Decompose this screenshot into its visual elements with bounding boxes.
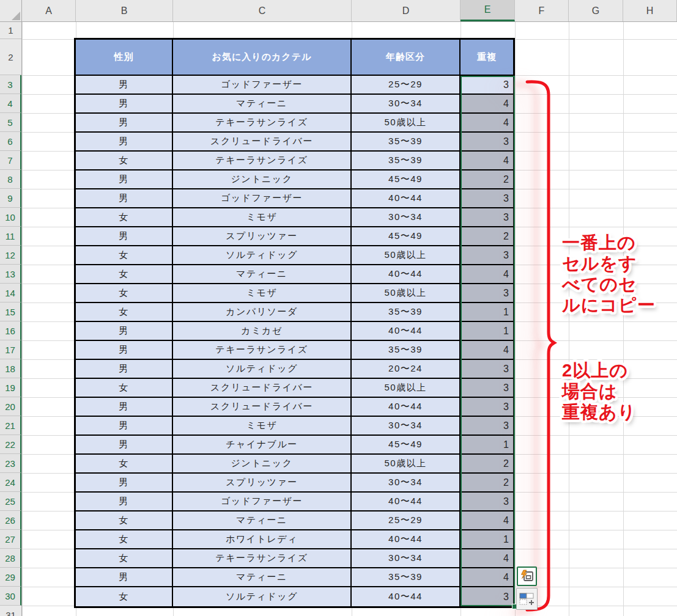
table-cell[interactable]: 男 [76, 227, 173, 246]
table-cell[interactable]: 30〜34 [352, 474, 461, 493]
table-cell[interactable]: 35〜39 [352, 568, 461, 587]
duplicate-count-cell[interactable]: 4 [461, 152, 513, 170]
table-cell[interactable]: 男 [76, 398, 173, 417]
table-cell[interactable]: ゴッドファーザー [173, 76, 352, 95]
table-cell[interactable]: 女 [76, 284, 173, 303]
duplicate-count-cell[interactable]: 1 [461, 436, 513, 455]
table-cell[interactable]: 男 [76, 341, 173, 360]
duplicate-count-cell[interactable]: 4 [461, 95, 513, 114]
duplicate-count-cell[interactable]: 4 [461, 568, 513, 587]
duplicate-count-cell[interactable]: 3 [461, 379, 513, 398]
row-header-31[interactable]: 31 [0, 606, 21, 616]
duplicate-count-cell[interactable]: 3 [461, 246, 513, 265]
row-header-22[interactable]: 22 [0, 435, 21, 454]
table-cell[interactable]: スプリッツァー [173, 227, 352, 246]
select-all-corner[interactable] [0, 0, 22, 22]
table-cell[interactable]: 男 [76, 417, 173, 436]
table-header-cell[interactable]: 年齢区分 [352, 40, 461, 76]
column-header-G[interactable]: G [569, 0, 623, 21]
duplicate-count-cell[interactable]: 4 [461, 341, 513, 360]
table-cell[interactable]: 男 [76, 436, 173, 455]
duplicate-count-cell[interactable]: 1 [461, 322, 513, 341]
table-cell[interactable]: 50歳以上 [352, 455, 461, 474]
table-cell[interactable]: 男 [76, 76, 173, 95]
row-header-19[interactable]: 19 [0, 378, 21, 397]
duplicate-count-cell[interactable]: 3 [461, 133, 513, 152]
duplicate-count-cell[interactable]: 3 [461, 208, 513, 227]
table-cell[interactable]: ホワイトレディ [173, 530, 352, 549]
table-cell[interactable]: テキーラサンライズ [173, 152, 352, 170]
duplicate-count-cell[interactable]: 4 [461, 114, 513, 133]
row-header-14[interactable]: 14 [0, 284, 21, 302]
table-cell[interactable]: 20〜24 [352, 360, 461, 379]
table-cell[interactable]: 女 [76, 530, 173, 549]
table-cell[interactable]: 女 [76, 549, 173, 568]
duplicate-count-cell[interactable]: 3 [461, 189, 513, 208]
duplicate-count-cell[interactable]: 2 [461, 455, 513, 474]
duplicate-count-cell[interactable]: 2 [461, 227, 513, 246]
table-cell[interactable]: 50歳以上 [352, 284, 461, 303]
table-cell[interactable]: 女 [76, 265, 173, 284]
row-header-16[interactable]: 16 [0, 321, 21, 340]
row-header-29[interactable]: 29 [0, 568, 21, 587]
row-header-25[interactable]: 25 [0, 492, 21, 511]
table-cell[interactable]: 男 [76, 133, 173, 152]
duplicate-count-cell[interactable]: 1 [461, 530, 513, 549]
table-cell[interactable]: スクリュードライバー [173, 398, 352, 417]
table-cell[interactable]: マティーニ [173, 512, 352, 530]
table-cell[interactable]: カミカゼ [173, 322, 352, 341]
duplicate-count-cell[interactable]: 3 [461, 417, 513, 436]
table-cell[interactable]: マティーニ [173, 568, 352, 587]
table-cell[interactable]: 35〜39 [352, 152, 461, 170]
table-cell[interactable]: 男 [76, 322, 173, 341]
table-cell[interactable]: 45〜49 [352, 170, 461, 189]
table-cell[interactable]: 女 [76, 303, 173, 322]
table-cell[interactable]: テキーラサンライズ [173, 549, 352, 568]
duplicate-count-cell[interactable]: 1 [461, 303, 513, 322]
row-header-4[interactable]: 4 [0, 94, 21, 113]
table-cell[interactable]: 40〜44 [352, 587, 461, 606]
duplicate-count-cell[interactable]: 3 [461, 398, 513, 417]
row-header-23[interactable]: 23 [0, 454, 21, 473]
duplicate-count-cell[interactable]: 2 [461, 170, 513, 189]
table-header-cell[interactable]: お気に入りのカクテル [173, 40, 352, 76]
row-header-3[interactable]: 3 [0, 75, 21, 94]
table-cell[interactable]: ジントニック [173, 455, 352, 474]
row-header-5[interactable]: 5 [0, 113, 21, 132]
autofill-options-button[interactable] [516, 588, 538, 610]
table-cell[interactable]: ミモザ [173, 417, 352, 436]
table-cell[interactable]: 30〜34 [352, 549, 461, 568]
table-cell[interactable]: ソルティドッグ [173, 587, 352, 606]
row-header-15[interactable]: 15 [0, 302, 21, 321]
table-cell[interactable]: 女 [76, 208, 173, 227]
table-cell[interactable]: 30〜34 [352, 95, 461, 114]
table-cell[interactable]: ミモザ [173, 208, 352, 227]
table-cell[interactable]: 40〜44 [352, 189, 461, 208]
duplicate-count-cell[interactable]: 3 [461, 76, 513, 95]
table-cell[interactable]: 35〜39 [352, 133, 461, 152]
duplicate-count-cell[interactable]: 4 [461, 265, 513, 284]
table-cell[interactable]: 30〜34 [352, 208, 461, 227]
table-cell[interactable]: 50歳以上 [352, 379, 461, 398]
table-cell[interactable]: 男 [76, 95, 173, 114]
table-cell[interactable]: 40〜44 [352, 493, 461, 512]
column-header-C[interactable]: C [173, 0, 352, 21]
table-cell[interactable]: テキーラサンライズ [173, 114, 352, 133]
table-cell[interactable]: 女 [76, 455, 173, 474]
table-cell[interactable]: 女 [76, 587, 173, 606]
table-cell[interactable]: 男 [76, 170, 173, 189]
table-cell[interactable]: 40〜44 [352, 530, 461, 549]
table-cell[interactable]: 45〜49 [352, 436, 461, 455]
duplicate-count-cell[interactable]: 4 [461, 512, 513, 530]
table-cell[interactable]: 30〜34 [352, 417, 461, 436]
row-header-17[interactable]: 17 [0, 340, 21, 359]
row-header-6[interactable]: 6 [0, 132, 21, 151]
table-cell[interactable]: 50歳以上 [352, 246, 461, 265]
row-header-10[interactable]: 10 [0, 208, 21, 227]
table-cell[interactable]: 25〜29 [352, 512, 461, 530]
table-cell[interactable]: 男 [76, 114, 173, 133]
row-header-20[interactable]: 20 [0, 397, 21, 416]
table-cell[interactable]: マティーニ [173, 265, 352, 284]
column-header-D[interactable]: D [352, 0, 461, 21]
row-header-7[interactable]: 7 [0, 151, 21, 170]
